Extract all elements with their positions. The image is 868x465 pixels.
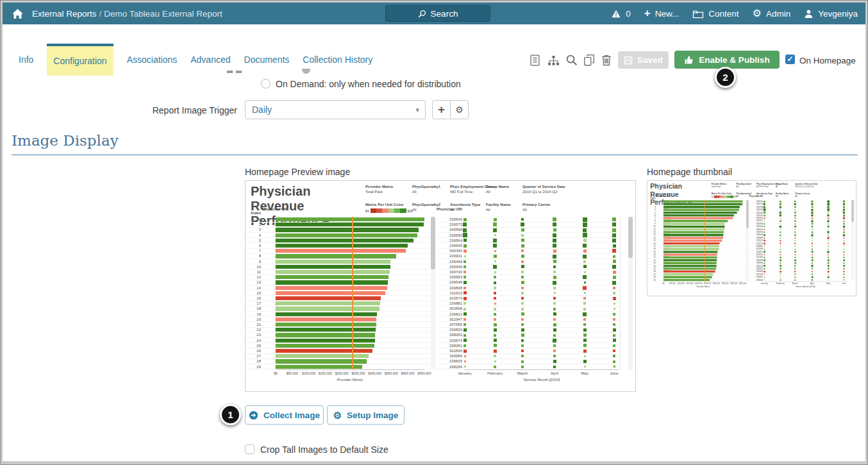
month-dot [613, 339, 616, 342]
month-dot [583, 323, 586, 326]
month-dot [794, 203, 796, 205]
month-dot [463, 276, 466, 278]
search-tool-icon[interactable] [565, 54, 578, 67]
month-dot [844, 246, 845, 247]
month-dot [843, 221, 844, 222]
chart-legend-gradient [371, 208, 406, 213]
month-dot [584, 292, 586, 294]
setup-image-button[interactable]: ⚙ Setup Image [327, 405, 405, 425]
month-dot [553, 281, 556, 285]
month-dot [493, 228, 497, 232]
row-line [438, 264, 620, 264]
chart-filter: Provider MetricTotal Paid [712, 183, 736, 188]
month-dot [843, 271, 844, 272]
month-dot [843, 254, 844, 255]
home-icon[interactable] [12, 8, 24, 19]
tab-info[interactable]: Info [19, 44, 33, 76]
save-button[interactable]: Saved [618, 51, 669, 69]
month-dot [780, 262, 781, 264]
content-menu[interactable]: Content [692, 9, 739, 19]
month-dot [812, 217, 814, 219]
month-dot [764, 223, 765, 224]
row-line [438, 290, 620, 291]
revenue-bar [276, 244, 408, 248]
month-dot [780, 246, 781, 247]
row-index: 13 [247, 280, 261, 285]
breadcrumb-section[interactable]: External Reports [32, 9, 97, 19]
breadcrumb[interactable]: External Reports/Demo Tableau External R… [32, 9, 222, 19]
row-line [438, 269, 620, 269]
month-dot [583, 244, 587, 248]
floppy-icon [624, 56, 633, 65]
new-menu[interactable]: + New... [644, 8, 679, 19]
trigger-settings-button[interactable]: ⚙ [450, 100, 469, 119]
report-image-trigger-select[interactable]: Daily ▾ [245, 100, 426, 119]
document-icon[interactable] [530, 54, 542, 67]
enable-publish-button[interactable]: Enable & Publish [674, 51, 780, 69]
crop-tall-images-checkbox[interactable] [245, 444, 255, 454]
month-dot [764, 259, 765, 261]
month-dot [613, 360, 615, 363]
row-index: 20 [247, 317, 261, 322]
revenue-bar [276, 307, 380, 310]
on-demand-radio[interactable] [261, 79, 271, 89]
tab-collection-history[interactable]: Collection History [303, 44, 372, 76]
revenue-bar [664, 279, 710, 281]
tab-bar: Info Configuration Associations Advanced… [3, 44, 386, 76]
col-header-index: Index [247, 211, 261, 216]
month-dot [811, 214, 813, 216]
month-dot [613, 297, 616, 300]
add-trigger-button[interactable]: + [432, 100, 451, 119]
month-dot [521, 355, 524, 357]
month-dot [764, 274, 765, 275]
tab-associations[interactable]: Associations [127, 44, 178, 76]
row-uid-right: 302838 [435, 306, 462, 311]
revenue-bar [664, 217, 733, 219]
chart-filter: Provider MetricTotal Paid [365, 185, 412, 194]
month-dot [764, 232, 765, 233]
month-dot [812, 254, 813, 255]
on-homepage-checkbox[interactable]: ✓ [785, 55, 795, 64]
row-line [438, 258, 620, 259]
admin-menu[interactable]: ⚙ Admin [753, 8, 791, 19]
row-index: 29 [247, 364, 261, 369]
row-line [750, 248, 847, 248]
user-menu[interactable]: Yevgeniya [804, 9, 858, 19]
month-label: June [837, 282, 851, 284]
x-axis-line [664, 282, 743, 282]
trash-icon[interactable] [601, 54, 614, 67]
tab-configuration[interactable]: Configuration [47, 44, 113, 76]
month-dot [794, 237, 796, 239]
month-dot [764, 234, 765, 236]
row-line [438, 253, 620, 254]
revenue-bar [664, 257, 717, 258]
x-tick-label: $400,000 [399, 371, 417, 375]
month-dot [764, 276, 765, 278]
month-dot [521, 281, 524, 284]
row-index: 6 [247, 243, 261, 248]
new-label: New... [655, 9, 680, 19]
month-dot [521, 239, 524, 242]
month-dot [812, 248, 813, 249]
row-line [438, 316, 620, 317]
tab-advanced[interactable]: Advanced [190, 44, 230, 76]
collect-image-button[interactable]: Collect Image [245, 405, 324, 425]
month-dot [780, 276, 781, 278]
row-line [438, 364, 620, 364]
sitemap-icon[interactable] [547, 55, 560, 68]
month-dot [794, 243, 796, 244]
month-dot [463, 266, 466, 268]
month-dot [583, 239, 587, 242]
x-axis-line [276, 369, 424, 370]
duplicate-icon[interactable] [583, 54, 596, 67]
month-dot [494, 271, 496, 273]
month-dot [780, 214, 781, 216]
chart-filter-value: All [795, 195, 819, 198]
tab-documents[interactable]: Documents [244, 44, 290, 76]
search-button[interactable]: Search [385, 5, 490, 22]
month-dot [780, 217, 781, 219]
month-dot [827, 206, 829, 208]
month-dot [583, 223, 587, 227]
alerts-menu[interactable]: 0 [611, 9, 631, 19]
month-dot [828, 276, 830, 278]
